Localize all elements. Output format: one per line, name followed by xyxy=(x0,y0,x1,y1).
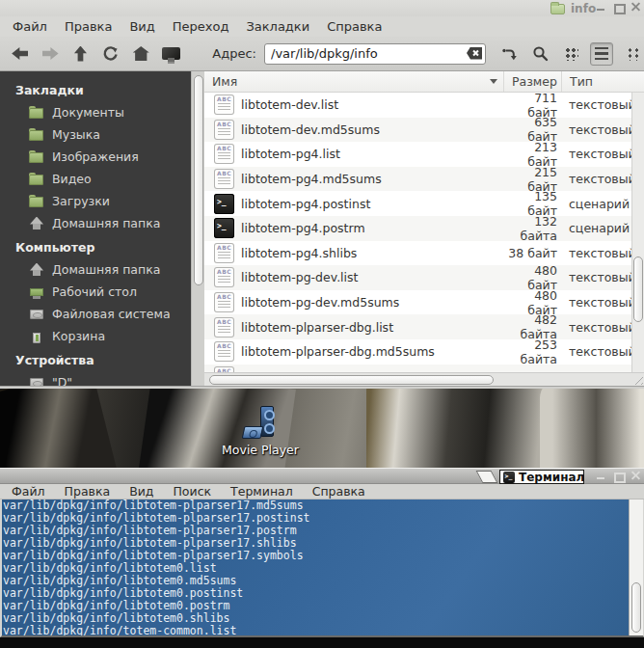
file-name: libtotem-pg4.postinst xyxy=(241,197,504,211)
compact-view-button[interactable] xyxy=(621,42,644,66)
file-manager-titlebar[interactable]: info xyxy=(0,0,644,16)
table-row[interactable]: libtotem-dev.md5sums635 байттекстовый до… xyxy=(204,118,644,143)
terminal-menu-file[interactable]: Файл xyxy=(2,484,55,499)
file-list-horizontal-scrollbar[interactable] xyxy=(204,372,644,386)
location-toggle-button[interactable] xyxy=(497,42,521,66)
terminal-menu-terminal[interactable]: Терминал xyxy=(221,484,303,499)
sidebar-item-desktop[interactable]: Рабочий стол xyxy=(0,281,191,303)
file-type-icon xyxy=(214,317,234,338)
horizontal-scrollbar-thumb[interactable] xyxy=(209,375,494,385)
sidebar-item-label: Файловая система xyxy=(52,307,171,321)
column-label: Имя xyxy=(212,74,237,89)
table-row-partial[interactable] xyxy=(204,364,644,372)
file-name: libtotem-pg-dev.list xyxy=(241,270,504,284)
column-header-name[interactable]: Имя xyxy=(204,71,504,92)
jump-arrow-icon xyxy=(501,46,517,62)
close-button[interactable] xyxy=(630,1,642,14)
table-row[interactable]: libtotem-pg4.list213 байттекстовый докум… xyxy=(204,142,644,167)
sidebar-item-filesystem[interactable]: Файловая система xyxy=(0,303,191,325)
address-input[interactable] xyxy=(264,43,486,65)
file-size: 38 байт xyxy=(504,246,562,260)
back-button[interactable] xyxy=(10,41,30,67)
list-view-button[interactable] xyxy=(590,42,613,66)
computer-icon xyxy=(162,47,180,60)
terminal-output[interactable]: var/lib/dpkg/info/libtotem-plparser17.md… xyxy=(0,500,644,637)
home-icon xyxy=(29,262,44,278)
search-button[interactable] xyxy=(528,42,551,66)
table-row[interactable]: libtotem-dev.list711 байттекстовый докум… xyxy=(204,93,644,118)
search-icon xyxy=(532,45,549,62)
sidebar-item-label: Загрузки xyxy=(52,194,110,208)
menu-file[interactable]: Файл xyxy=(4,17,56,36)
terminal-menu-search[interactable]: Поиск xyxy=(163,484,221,499)
sidebar: Закладки Документы Музыка Изображения Ви… xyxy=(0,71,191,386)
file-type-icon xyxy=(214,292,234,312)
file-manager-toolbar: Адрес: xyxy=(0,37,644,71)
menu-edit[interactable]: Правка xyxy=(56,17,121,36)
table-row[interactable]: libtotem-plparser-dbg.list482 байтатекст… xyxy=(204,314,644,339)
table-row[interactable]: libtotem-pg4.postrm132 байтасценарий обо… xyxy=(204,216,644,241)
sidebar-item-home-folder[interactable]: Домашняя папка xyxy=(0,258,191,281)
sidebar-item-trash[interactable]: Корзина xyxy=(0,325,191,347)
sidebar-item-downloads[interactable]: Загрузки xyxy=(0,190,191,212)
terminal-title-tab: Терминал xyxy=(499,470,584,484)
sidebar-item-documents[interactable]: Документы xyxy=(0,101,191,123)
terminal-menu-help[interactable]: Справка xyxy=(303,484,375,499)
sidebar-item-music[interactable]: Музыка xyxy=(0,123,191,146)
file-name: libtotem-pg4.md5sums xyxy=(241,172,504,186)
refresh-button[interactable] xyxy=(100,41,121,67)
table-row[interactable]: libtotem-pg4.md5sums215 байттекстовый до… xyxy=(204,167,644,192)
sidebar-item-device-d[interactable]: "D" xyxy=(0,371,191,386)
sidebar-item-pictures[interactable]: Изображения xyxy=(0,146,191,168)
sidebar-item-home[interactable]: Домашняя папка xyxy=(0,212,191,234)
file-list-header: Имя Размер Тип xyxy=(204,71,644,93)
table-row[interactable]: libtotem-pg-dev.list480 байттекстовый до… xyxy=(204,265,644,290)
forward-button[interactable] xyxy=(40,41,60,67)
sidebar-item-video[interactable]: Видео xyxy=(0,168,191,190)
sidebar-item-label: Корзина xyxy=(52,329,105,343)
terminal-scrollbar-thumb[interactable] xyxy=(631,582,641,633)
file-type-icon xyxy=(214,267,234,287)
icon-view-button[interactable] xyxy=(559,42,582,66)
file-list-vertical-scrollbar[interactable] xyxy=(631,93,644,372)
folder-icon xyxy=(29,149,44,165)
terminal-titlebar[interactable]: Терминал xyxy=(0,468,644,484)
terminal-scrollbar[interactable] xyxy=(629,500,643,635)
column-header-size[interactable]: Размер xyxy=(504,71,562,92)
table-row[interactable]: libtotem-plparser-dbg.md5sums253 байтате… xyxy=(204,339,644,364)
sidebar-item-label: Домашняя папка xyxy=(52,216,160,230)
up-button[interactable] xyxy=(70,41,91,67)
file-name: libtotem-pg4.list xyxy=(241,147,504,161)
menu-bookmarks[interactable]: Закладки xyxy=(237,17,318,36)
terminal-maximize-button[interactable] xyxy=(612,470,625,482)
file-size: 253 байта xyxy=(504,338,562,366)
folder-icon xyxy=(29,172,44,187)
window-resize-grip[interactable] xyxy=(631,373,643,385)
terminal-minimize-button[interactable] xyxy=(595,470,607,482)
terminal-close-button[interactable] xyxy=(630,470,642,482)
terminal-menu-edit[interactable]: Правка xyxy=(55,484,121,499)
titlebar-slant-decoration xyxy=(476,471,498,483)
movie-player-desktop-icon[interactable]: Movie Player xyxy=(222,406,299,457)
file-rows: libtotem-dev.list711 байттекстовый докум… xyxy=(204,93,644,372)
menu-view[interactable]: Вид xyxy=(121,17,163,36)
vertical-scrollbar-thumb[interactable] xyxy=(633,256,643,322)
terminal-menu-view[interactable]: Вид xyxy=(120,484,163,499)
menu-help[interactable]: Справка xyxy=(318,17,390,36)
player-screen-icon xyxy=(242,426,264,439)
computer-button[interactable] xyxy=(161,41,181,67)
home-button[interactable] xyxy=(131,41,151,67)
table-row[interactable]: libtotem-pg4.shlibs38 байттекстовый доку… xyxy=(204,241,644,266)
sidebar-item-label: "D" xyxy=(52,375,72,386)
sidebar-scrollbar[interactable] xyxy=(191,71,204,386)
column-header-type[interactable]: Тип xyxy=(562,71,644,92)
minimize-button[interactable] xyxy=(595,1,607,14)
sidebar-scrollbar-thumb[interactable] xyxy=(194,75,203,285)
table-row[interactable]: libtotem-pg-dev.md5sums480 байттекстовый… xyxy=(204,290,644,315)
maximize-button[interactable] xyxy=(612,1,625,14)
column-label: Размер xyxy=(512,74,557,89)
table-row[interactable]: libtotem-pg4.postinst135 байтсценарий об… xyxy=(204,191,644,216)
back-arrow-icon xyxy=(12,47,28,60)
menu-go[interactable]: Переход xyxy=(164,17,238,36)
film-strip-icon xyxy=(260,406,274,437)
